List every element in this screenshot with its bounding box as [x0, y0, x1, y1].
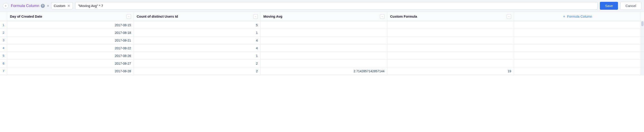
scrollbar-track: [641, 67, 644, 75]
column-menu-button[interactable]: [126, 14, 131, 19]
row-number: 5: [0, 52, 7, 59]
table-cell[interactable]: 2017-08-21: [7, 37, 134, 44]
scrollbar-track[interactable]: [641, 21, 644, 29]
add-formula-column-button[interactable]: Formula Column: [514, 12, 641, 21]
row-number: 4: [0, 44, 7, 52]
table-cell[interactable]: 1: [134, 29, 261, 36]
formula-expression-input[interactable]: [75, 2, 598, 9]
table-cell-empty: [514, 60, 641, 67]
table-cell[interactable]: [388, 21, 514, 29]
table-cell[interactable]: [388, 52, 514, 59]
table-cell-empty: [514, 67, 641, 75]
table-cell[interactable]: [261, 60, 388, 67]
column-menu-button[interactable]: [507, 14, 511, 19]
table-cell[interactable]: [261, 21, 388, 29]
table-cell[interactable]: 2017-08-27: [7, 60, 134, 67]
table-cell-empty: [514, 52, 641, 59]
row-number: 1: [0, 21, 7, 29]
table-row: 62017-08-272: [0, 60, 644, 67]
cancel-button[interactable]: Cancel: [620, 2, 641, 10]
scrollbar-track: [641, 29, 644, 36]
column-menu-button[interactable]: [380, 14, 384, 19]
column-header-label: Custom Formula: [390, 14, 505, 18]
clear-type-icon[interactable]: [67, 4, 70, 7]
row-number: 6: [0, 60, 7, 67]
scrollbar-track: [641, 60, 644, 67]
table-row: 72017-08-2822.714285714285714419: [0, 67, 644, 75]
grid-header-row: Day of Created Date Count of distinct Us…: [0, 12, 644, 21]
row-number: 7: [0, 67, 7, 75]
formula-type-select[interactable]: Custom: [51, 2, 73, 9]
table-cell[interactable]: 5: [134, 21, 261, 29]
table-cell[interactable]: 2017-08-18: [7, 29, 134, 36]
column-header[interactable]: Day of Created Date: [7, 12, 134, 21]
column-menu-button[interactable]: [253, 14, 258, 19]
row-number: 3: [0, 37, 7, 44]
table-row: 12017-08-155: [0, 21, 644, 29]
table-row: 52017-08-261: [0, 52, 644, 60]
column-header-label: Day of Created Date: [10, 14, 125, 18]
table-row: 42017-08-224: [0, 44, 644, 52]
table-cell[interactable]: 2017-08-22: [7, 44, 134, 52]
column-header[interactable]: Count of distinct Users Id: [134, 12, 261, 21]
formula-type-label: Custom: [54, 4, 66, 8]
table-cell-empty: [514, 21, 641, 29]
table-cell[interactable]: [388, 37, 514, 44]
column-header-label: Moving Avg: [264, 14, 378, 18]
table-row: 32017-08-214: [0, 37, 644, 44]
row-number: 2: [0, 29, 7, 36]
scrollbar-thumb[interactable]: [641, 21, 644, 26]
add-formula-column-label: Formula Column: [567, 14, 592, 18]
help-icon[interactable]: ?: [41, 4, 45, 8]
table-cell[interactable]: [388, 29, 514, 36]
data-grid: Day of Created Date Count of distinct Us…: [0, 12, 644, 75]
table-cell[interactable]: [388, 44, 514, 52]
table-cell[interactable]: [388, 60, 514, 67]
table-cell[interactable]: 2: [134, 60, 261, 67]
rownum-header: [0, 12, 7, 21]
column-header[interactable]: Moving Avg: [261, 12, 388, 21]
table-cell[interactable]: [261, 44, 388, 52]
column-header[interactable]: Custom Formula: [388, 12, 514, 21]
formula-title: Formula Column ?: [11, 3, 45, 8]
table-cell[interactable]: 4: [134, 37, 261, 44]
table-cell-empty: [514, 37, 641, 44]
table-cell[interactable]: 4: [134, 44, 261, 52]
table-cell[interactable]: 2017-08-26: [7, 52, 134, 59]
scrollbar-track: [641, 37, 644, 44]
table-cell[interactable]: 1: [134, 52, 261, 59]
table-cell[interactable]: 2017-08-28: [7, 67, 134, 75]
column-header-label: Count of distinct Users Id: [137, 14, 252, 18]
formula-bar: Formula Column ? = Custom Save Cancel: [0, 0, 644, 12]
table-cell[interactable]: 2.7142857142857144: [261, 67, 388, 75]
add-column-button[interactable]: [3, 3, 8, 9]
table-cell-empty: [514, 29, 641, 36]
table-cell[interactable]: [261, 37, 388, 44]
save-button[interactable]: Save: [600, 2, 618, 10]
scrollbar-track: [641, 44, 644, 52]
table-row: 22017-08-181: [0, 29, 644, 37]
table-cell[interactable]: 19: [388, 67, 514, 75]
table-cell[interactable]: 2017-08-15: [7, 21, 134, 29]
table-cell-empty: [514, 44, 641, 52]
equals-sign: =: [47, 4, 49, 8]
formula-title-text: Formula Column: [11, 3, 39, 8]
table-cell[interactable]: [261, 52, 388, 59]
scrollbar-header-spacer: [641, 12, 644, 21]
table-cell[interactable]: 2: [134, 67, 261, 75]
scrollbar-track: [641, 52, 644, 59]
plus-icon: [562, 15, 566, 18]
table-cell[interactable]: [261, 29, 388, 36]
